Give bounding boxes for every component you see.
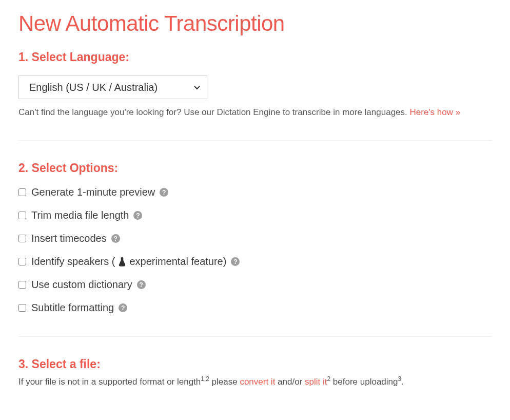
label-speakers-pre: Identify speakers ( bbox=[31, 256, 115, 268]
label-trim[interactable]: Trim media file length ? bbox=[31, 209, 142, 221]
section-1-heading: 1. Select Language: bbox=[18, 50, 492, 64]
file-hint-p3: and/or bbox=[275, 377, 305, 387]
file-hint-p4: before uploading bbox=[330, 377, 398, 387]
convert-it-link[interactable]: convert it bbox=[240, 377, 275, 387]
label-speakers-post: experimental feature) bbox=[129, 256, 226, 268]
help-icon[interactable]: ? bbox=[160, 188, 168, 197]
divider-2 bbox=[18, 336, 492, 337]
language-hint-text: Can't find the language you're looking f… bbox=[18, 107, 410, 117]
label-timecodes[interactable]: Insert timecodes ? bbox=[31, 233, 120, 244]
divider-1 bbox=[18, 140, 492, 141]
option-row-trim: Trim media file length ? bbox=[18, 209, 492, 221]
section-2-heading: 2. Select Options: bbox=[18, 161, 492, 175]
help-icon[interactable]: ? bbox=[137, 280, 146, 289]
option-row-preview: Generate 1-minute preview ? bbox=[18, 186, 492, 198]
checkbox-trim[interactable] bbox=[18, 212, 26, 219]
label-timecodes-text: Insert timecodes bbox=[31, 233, 107, 244]
label-preview-text: Generate 1-minute preview bbox=[31, 186, 155, 198]
section-3-heading: 3. Select a file: bbox=[18, 357, 492, 371]
label-dictionary[interactable]: Use custom dictionary ? bbox=[31, 279, 146, 291]
checkbox-dictionary[interactable] bbox=[18, 281, 26, 289]
file-hint-p2: please bbox=[209, 377, 240, 387]
option-row-timecodes: Insert timecodes ? bbox=[18, 233, 492, 244]
label-subtitle-text: Subtitle formatting bbox=[31, 302, 114, 314]
file-hint-p1: If your file is not in a supported forma… bbox=[18, 377, 201, 387]
flask-icon bbox=[118, 257, 126, 266]
help-icon[interactable]: ? bbox=[111, 234, 120, 243]
help-icon[interactable]: ? bbox=[119, 303, 127, 312]
page-title: New Automatic Transcription bbox=[18, 11, 492, 36]
label-trim-text: Trim media file length bbox=[31, 209, 129, 221]
language-select-wrap: English (US / UK / Australia) bbox=[18, 75, 207, 99]
file-hint-sup1: 1,2 bbox=[201, 375, 209, 383]
label-preview[interactable]: Generate 1-minute preview ? bbox=[31, 186, 168, 198]
option-row-subtitle: Subtitle formatting ? bbox=[18, 302, 492, 314]
heres-how-link[interactable]: Here's how » bbox=[410, 107, 461, 117]
checkbox-preview[interactable] bbox=[18, 188, 26, 196]
help-icon[interactable]: ? bbox=[133, 211, 142, 220]
label-speakers[interactable]: Identify speakers ( experimental feature… bbox=[31, 256, 240, 268]
language-select[interactable]: English (US / UK / Australia) bbox=[18, 75, 207, 99]
option-row-speakers: Identify speakers ( experimental feature… bbox=[18, 256, 492, 268]
checkbox-speakers[interactable] bbox=[18, 258, 26, 265]
label-subtitle[interactable]: Subtitle formatting ? bbox=[31, 302, 127, 314]
file-hint: If your file is not in a supported forma… bbox=[18, 375, 492, 387]
checkbox-timecodes[interactable] bbox=[18, 235, 26, 242]
file-hint-p5: . bbox=[401, 377, 404, 387]
checkbox-subtitle[interactable] bbox=[18, 304, 26, 312]
option-row-dictionary: Use custom dictionary ? bbox=[18, 279, 492, 291]
help-icon[interactable]: ? bbox=[231, 257, 240, 266]
label-dictionary-text: Use custom dictionary bbox=[31, 279, 132, 291]
split-it-link[interactable]: split it bbox=[305, 377, 327, 387]
language-hint: Can't find the language you're looking f… bbox=[18, 107, 492, 118]
